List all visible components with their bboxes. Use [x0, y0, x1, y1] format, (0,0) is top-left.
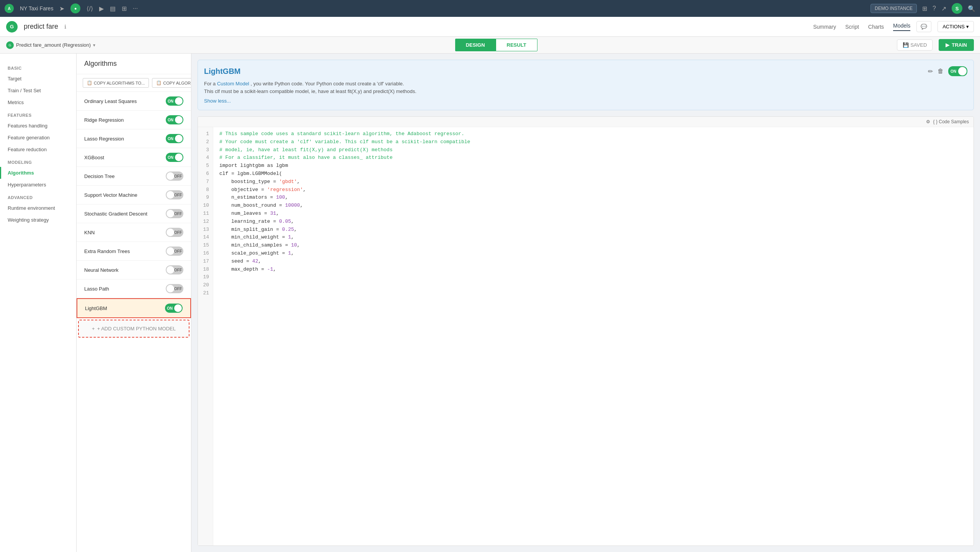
- info-icon[interactable]: ℹ: [64, 24, 66, 30]
- algorithm-panel: Algorithms 📋 COPY ALGORITHMS TO... 📋 COP…: [77, 54, 191, 552]
- second-navigation: G predict fare ℹ Summary Script Charts M…: [0, 17, 980, 37]
- toggle-lasso-path[interactable]: [166, 284, 183, 293]
- nav-link-script[interactable]: Script: [845, 24, 859, 30]
- sidebar-item-runtime[interactable]: Runtime environment: [0, 202, 76, 214]
- lightgbm-card-header: LightGBM ✏ 🗑: [204, 66, 967, 76]
- sidebar-item-weighting[interactable]: Weighting strategy: [0, 214, 76, 226]
- grid-icon[interactable]: ⊞: [122, 5, 127, 12]
- algo-name-ols: Ordinary Least Squares: [84, 98, 137, 104]
- lightgbm-title: LightGBM: [204, 67, 241, 76]
- toggle-dt[interactable]: [166, 171, 183, 181]
- tab-design[interactable]: DESIGN: [455, 39, 496, 51]
- third-bar: G Predict fare_amount (Regression) ▾ DES…: [0, 37, 980, 54]
- code-icon[interactable]: ⟨/⟩: [87, 5, 93, 12]
- actions-button[interactable]: ACTIONS ▾: [938, 21, 974, 32]
- toggle-lightgbm[interactable]: [165, 304, 183, 313]
- left-sidebar: BASIC Target Train / Test Set Metrics FE…: [0, 54, 77, 552]
- code-samples-button[interactable]: { } Code Samples: [933, 119, 969, 124]
- comment-button[interactable]: 💬: [916, 21, 931, 32]
- algo-row-lightgbm: LightGBM: [77, 298, 191, 318]
- sidebar-item-train-test[interactable]: Train / Test Set: [0, 85, 76, 96]
- analytics-icon[interactable]: ↗: [941, 5, 946, 12]
- algorithm-panel-header: Algorithms: [77, 54, 191, 74]
- design-result-tabs: DESIGN RESULT: [455, 39, 537, 51]
- app-icon-green[interactable]: ●: [70, 3, 80, 13]
- sidebar-item-metrics[interactable]: Metrics: [0, 96, 76, 108]
- show-less-link[interactable]: Show less...: [204, 98, 967, 104]
- toggle-ols[interactable]: [166, 96, 183, 106]
- toggle-nn[interactable]: [166, 265, 183, 274]
- toggle-xgboost[interactable]: [166, 153, 183, 162]
- toggle-knn[interactable]: [166, 228, 183, 237]
- edit-icon[interactable]: ✏: [928, 68, 933, 75]
- demo-instance-button[interactable]: DEMO INSTANCE: [871, 4, 917, 13]
- layout-icon[interactable]: ▤: [110, 5, 116, 12]
- apps-icon[interactable]: ⊞: [922, 5, 927, 12]
- sidebar-item-feature-reduction[interactable]: Feature reduction: [0, 144, 76, 155]
- algo-row-nn: Neural Network: [77, 261, 191, 279]
- nav-link-charts[interactable]: Charts: [868, 24, 884, 30]
- copy-algorithms-to-button[interactable]: 📋 COPY ALGORITHMS TO...: [83, 78, 149, 88]
- toggle-lasso[interactable]: [166, 134, 183, 143]
- train-button[interactable]: ▶ TRAIN: [939, 39, 974, 51]
- user-avatar[interactable]: S: [952, 3, 962, 14]
- sidebar-item-features-handling[interactable]: Features handling: [0, 120, 76, 132]
- sidebar-item-hyperparameters[interactable]: Hyperparameters: [0, 179, 76, 191]
- lightgbm-toggle[interactable]: [948, 66, 967, 76]
- nav-link-summary[interactable]: Summary: [813, 24, 836, 30]
- algo-row-ert: Extra Random Trees: [77, 242, 191, 261]
- add-icon: +: [92, 326, 95, 332]
- lightgbm-card: LightGBM ✏ 🗑 For a Custom Model , you wr…: [198, 60, 974, 110]
- tab-result[interactable]: RESULT: [496, 39, 537, 51]
- algo-name-dt: Decision Tree: [84, 173, 114, 179]
- toggle-sgd[interactable]: [166, 209, 183, 218]
- saved-button[interactable]: 💾 SAVED: [897, 39, 933, 51]
- sidebar-item-algorithms[interactable]: Algorithms: [0, 167, 76, 179]
- algo-row-xgboost: XGBoost: [77, 148, 191, 167]
- algo-name-sgd: Stochastic Gradient Descent: [84, 211, 147, 217]
- app-logo: G: [6, 21, 18, 33]
- toggle-ert[interactable]: [166, 247, 183, 256]
- section-label-features: FEATURES: [0, 108, 76, 120]
- project-title: predict fare: [24, 23, 58, 31]
- algo-name-lasso: Lasso Regression: [84, 136, 124, 142]
- more-icon[interactable]: ···: [133, 5, 138, 12]
- play-icon[interactable]: ▶: [99, 5, 104, 12]
- algo-name-nn: Neural Network: [84, 267, 119, 273]
- algorithm-list: Ordinary Least Squares Ridge Regression …: [77, 92, 191, 338]
- app-logo-small: A: [5, 4, 14, 13]
- save-icon: 💾: [903, 42, 909, 48]
- sidebar-item-feature-generation[interactable]: Feature generation: [0, 132, 76, 144]
- delete-icon[interactable]: 🗑: [938, 68, 944, 75]
- algo-name-lasso-path: Lasso Path: [84, 286, 109, 292]
- sidebar-item-target[interactable]: Target: [0, 73, 76, 85]
- main-content: LightGBM ✏ 🗑 For a Custom Model , you wr…: [191, 54, 980, 552]
- custom-model-link[interactable]: Custom Model: [217, 81, 249, 87]
- algo-row-lasso-path: Lasso Path: [77, 279, 191, 298]
- code-editor-wrapper: ⚙ { } Code Samples 123456789101112131415…: [198, 116, 974, 546]
- predict-logo: G: [6, 41, 14, 49]
- settings-button[interactable]: ⚙: [926, 119, 930, 124]
- predict-chevron-icon[interactable]: ▾: [93, 42, 95, 48]
- lightgbm-description: For a Custom Model , you write Python co…: [204, 80, 967, 95]
- algo-name-svm: Support Vector Machine: [84, 192, 137, 198]
- algo-copy-buttons: 📋 COPY ALGORITHMS TO... 📋 COPY ALGORITHM…: [77, 74, 191, 92]
- add-custom-model-row[interactable]: + + ADD CUSTOM PYTHON MODEL: [78, 320, 189, 338]
- predict-badge: G Predict fare_amount (Regression) ▾: [6, 41, 95, 49]
- copy-algorithms-from-button[interactable]: 📋 COPY ALGORITHMS FROM...: [152, 78, 191, 88]
- arrow-icon[interactable]: ➤: [59, 5, 64, 12]
- nav-links: Summary Script Charts Models: [813, 23, 910, 31]
- algo-row-ols: Ordinary Least Squares: [77, 92, 191, 111]
- copy-to-icon: 📋: [87, 80, 92, 85]
- help-icon[interactable]: ?: [933, 5, 936, 12]
- section-label-basic: BASIC: [0, 61, 76, 73]
- algo-name-ridge: Ridge Regression: [84, 117, 124, 123]
- nav-link-models[interactable]: Models: [893, 23, 910, 31]
- section-label-advanced: ADVANCED: [0, 191, 76, 202]
- algo-row-ridge: Ridge Regression: [77, 111, 191, 129]
- search-icon[interactable]: 🔍: [968, 5, 975, 12]
- toggle-svm[interactable]: [166, 190, 183, 199]
- code-lines[interactable]: # This sample code uses a standard sciki…: [213, 127, 476, 545]
- toggle-ridge[interactable]: [166, 115, 183, 124]
- algo-name-lightgbm: LightGBM: [85, 305, 107, 311]
